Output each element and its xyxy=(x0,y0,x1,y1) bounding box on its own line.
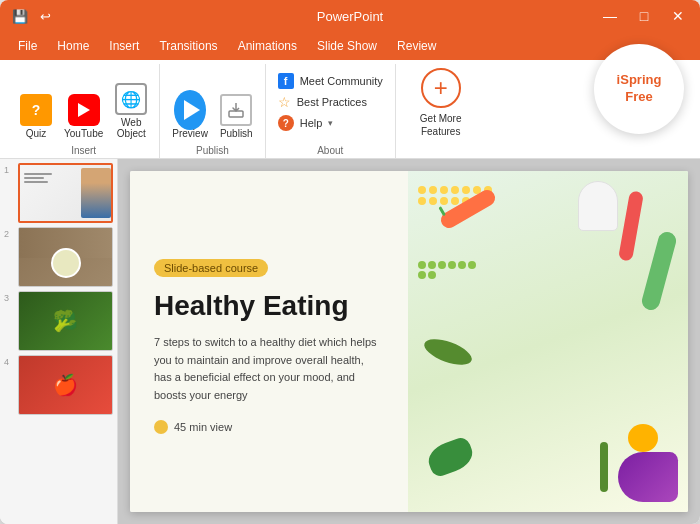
preview-button[interactable]: Preview xyxy=(168,92,212,141)
ribbon-group-insert: ? Quiz YouTube 🌐 WebObject Inse xyxy=(8,64,160,158)
meet-community-link[interactable]: f Meet Community xyxy=(274,72,387,90)
save-icon[interactable]: 💾 xyxy=(8,7,32,26)
slide-thumbnail-3[interactable]: 🥦 xyxy=(18,291,113,351)
menu-animations[interactable]: Animations xyxy=(228,35,307,57)
slide-number-1: 1 xyxy=(4,163,14,175)
quiz-button[interactable]: ? Quiz xyxy=(16,92,56,141)
rosemary-decoration xyxy=(600,442,608,492)
title-bar-left: 💾 ↩ xyxy=(8,7,55,26)
title-bar: 💾 ↩ PowerPoint — □ ✕ xyxy=(0,0,700,32)
thumb1-line3 xyxy=(24,181,48,183)
yball8 xyxy=(418,197,426,205)
yball3 xyxy=(440,186,448,194)
about-group-label: About xyxy=(317,145,343,156)
slide-item-4[interactable]: 4 🍎 xyxy=(4,355,113,415)
veg-container xyxy=(408,171,688,512)
slide-description: 7 steps to switch to a healthy diet whic… xyxy=(154,334,384,404)
plus-circle-icon: + xyxy=(421,68,461,108)
preview-label: Preview xyxy=(172,128,208,139)
best-practices-link[interactable]: ☆ Best Practices xyxy=(274,93,387,111)
ribbon: ? Quiz YouTube 🌐 WebObject Inse xyxy=(0,60,700,159)
ispring-free-badge[interactable]: iSpring Free xyxy=(594,44,684,134)
yball5 xyxy=(462,186,470,194)
get-more-label: Get More Features xyxy=(420,112,462,138)
webobject-button[interactable]: 🌐 WebObject xyxy=(111,81,151,141)
thumb1-person xyxy=(81,168,111,218)
ispring-badge-text: iSpring Free xyxy=(617,72,662,106)
close-button[interactable]: ✕ xyxy=(664,6,692,26)
help-link[interactable]: ? Help ▾ xyxy=(274,114,387,132)
main-area: 1 2 xyxy=(0,159,700,524)
cabbage-decoration xyxy=(618,452,678,502)
get-more-section: + Get More Features xyxy=(396,64,486,158)
minimize-button[interactable]: — xyxy=(596,6,624,26)
app-window: 💾 ↩ PowerPoint — □ ✕ File Home Insert Tr… xyxy=(0,0,700,524)
publish-button[interactable]: Publish xyxy=(216,92,257,141)
webobject-label: WebObject xyxy=(117,117,146,139)
duration-text: 45 min view xyxy=(174,421,232,433)
quiz-icon: ? xyxy=(20,94,52,126)
peas-decoration xyxy=(418,261,478,279)
slide-thumbnail-4[interactable]: 🍎 xyxy=(18,355,113,415)
thumb1-line1 xyxy=(24,173,52,175)
thumb3-veg-icon: 🥦 xyxy=(53,309,78,333)
menu-file[interactable]: File xyxy=(8,35,47,57)
youtube-label: YouTube xyxy=(64,128,103,139)
slide-item-2[interactable]: 2 xyxy=(4,227,113,287)
slide-duration: 45 min view xyxy=(154,420,384,434)
main-slide: Slide-based course Healthy Eating 7 step… xyxy=(130,171,688,512)
menu-bar: File Home Insert Transitions Animations … xyxy=(0,32,700,60)
duration-dot-icon xyxy=(154,420,168,434)
slide-view: Slide-based course Healthy Eating 7 step… xyxy=(118,159,700,524)
quiz-label: Quiz xyxy=(26,128,47,139)
get-more-features-button[interactable]: + Get More Features xyxy=(412,64,470,142)
yball2 xyxy=(429,186,437,194)
yball9 xyxy=(429,197,437,205)
yball1 xyxy=(418,186,426,194)
slide-thumbnail-2[interactable] xyxy=(18,227,113,287)
publish-icon xyxy=(220,94,252,126)
youtube-icon-area xyxy=(68,94,100,126)
star-icon: ☆ xyxy=(278,94,291,110)
menu-transitions[interactable]: Transitions xyxy=(149,35,227,57)
facebook-icon: f xyxy=(278,73,294,89)
youtube-button[interactable]: YouTube xyxy=(60,92,107,141)
yellow-tomato-decoration xyxy=(628,424,658,452)
thumb4-fruit-icon: 🍎 xyxy=(53,373,78,397)
webobject-icon: 🌐 xyxy=(115,83,147,115)
thumb1-text-lines xyxy=(24,173,52,183)
thumb2-plate xyxy=(51,248,81,278)
cucumber-decoration xyxy=(640,230,678,312)
preview-icon xyxy=(174,90,206,130)
slide-number-3: 3 xyxy=(4,291,14,303)
slide-thumbnail-1[interactable] xyxy=(18,163,113,223)
window-title: PowerPoint xyxy=(317,9,383,24)
slide-item-1[interactable]: 1 xyxy=(4,163,113,223)
chili-decoration xyxy=(618,190,644,261)
slide-number-2: 2 xyxy=(4,227,14,239)
publish-label: Publish xyxy=(220,128,253,139)
publish-group-label: Publish xyxy=(196,145,229,156)
yball10 xyxy=(440,197,448,205)
svg-rect-0 xyxy=(229,111,243,117)
menu-review[interactable]: Review xyxy=(387,35,446,57)
quiz-icon-area: ? xyxy=(20,94,52,126)
ribbon-group-publish: Preview Publish Publish xyxy=(160,64,265,158)
yball11 xyxy=(451,197,459,205)
slide-course-badge: Slide-based course xyxy=(154,259,268,277)
menu-slideshow[interactable]: Slide Show xyxy=(307,35,387,57)
slide-content-left: Slide-based course Healthy Eating 7 step… xyxy=(130,171,408,512)
ribbon-group-about: f Meet Community ☆ Best Practices ? Help… xyxy=(266,64,396,158)
undo-icon[interactable]: ↩ xyxy=(36,7,55,26)
menu-insert[interactable]: Insert xyxy=(99,35,149,57)
menu-home[interactable]: Home xyxy=(47,35,99,57)
slide-title: Healthy Eating xyxy=(154,289,384,323)
help-dropdown-icon: ▾ xyxy=(328,118,333,128)
slide-panel: 1 2 xyxy=(0,159,118,524)
window-controls: — □ ✕ xyxy=(596,6,692,26)
youtube-icon xyxy=(68,94,100,126)
ribbon-publish-items: Preview Publish xyxy=(168,68,256,141)
preview-icon-area xyxy=(174,94,206,126)
maximize-button[interactable]: □ xyxy=(630,6,658,26)
slide-item-3[interactable]: 3 🥦 xyxy=(4,291,113,351)
